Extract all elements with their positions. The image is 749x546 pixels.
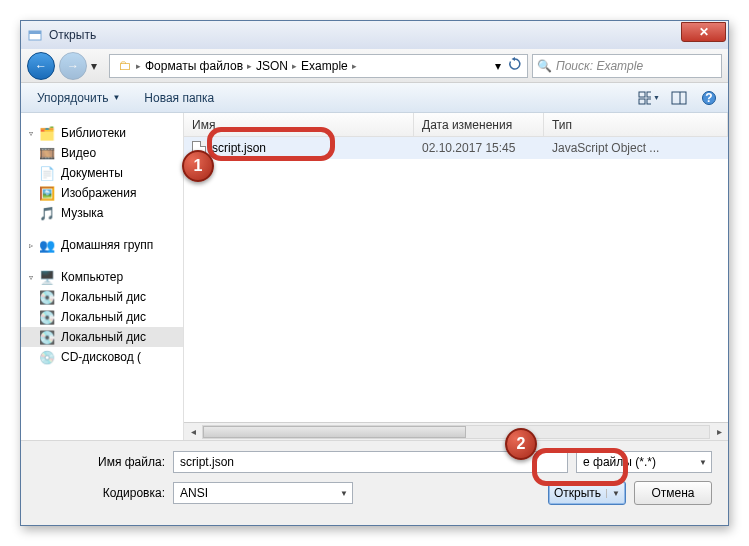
- encoding-select[interactable]: ANSI ▼: [173, 482, 353, 504]
- close-icon: ✕: [699, 25, 709, 39]
- drive-icon: 💽: [39, 329, 55, 345]
- file-list-pane: Имя Дата изменения Тип script.json 02.10…: [184, 113, 728, 440]
- annotation-callout-1: [207, 127, 335, 161]
- chevron-down-icon: ▼: [334, 489, 348, 498]
- path-dropdown[interactable]: ▾: [491, 59, 505, 73]
- navigation-sidebar: ▿ 🗂️ Библиотеки 🎞️Видео 📄Документы 🖼️Изо…: [21, 113, 184, 440]
- svg-rect-2: [639, 92, 645, 97]
- back-button[interactable]: ←: [27, 52, 55, 80]
- dialog-body: ▿ 🗂️ Библиотеки 🎞️Видео 📄Документы 🖼️Изо…: [21, 113, 728, 440]
- svg-text:?: ?: [705, 91, 712, 105]
- view-options-button[interactable]: ▼: [638, 87, 660, 109]
- sidebar-item-video[interactable]: 🎞️Видео: [21, 143, 183, 163]
- search-icon: 🔍: [537, 59, 552, 73]
- chevron-down-icon: ▼: [693, 458, 707, 467]
- libraries-icon: 🗂️: [39, 125, 55, 141]
- music-icon: 🎵: [39, 205, 55, 221]
- svg-rect-4: [639, 99, 645, 104]
- window-title: Открыть: [49, 28, 96, 42]
- scrollbar-track[interactable]: [202, 425, 710, 439]
- path-segment[interactable]: Форматы файлов: [141, 59, 247, 73]
- sidebar-item-localdisk[interactable]: 💽Локальный дис: [21, 287, 183, 307]
- scroll-right-icon[interactable]: ▸: [710, 426, 728, 437]
- expand-icon: ▿: [29, 273, 33, 282]
- help-button[interactable]: ?: [698, 87, 720, 109]
- sidebar-item-localdisk[interactable]: 💽Локальный дис: [21, 307, 183, 327]
- scrollbar-thumb[interactable]: [203, 426, 466, 438]
- forward-button[interactable]: →: [59, 52, 87, 80]
- preview-pane-button[interactable]: [668, 87, 690, 109]
- chevron-down-icon: ▼: [653, 94, 660, 101]
- organize-menu[interactable]: Упорядочить ▼: [29, 88, 128, 108]
- video-icon: 🎞️: [39, 145, 55, 161]
- sidebar-group-libraries[interactable]: ▿ 🗂️ Библиотеки: [21, 123, 183, 143]
- expand-icon: ▹: [29, 241, 33, 250]
- nav-history-dropdown[interactable]: ▾: [91, 59, 105, 73]
- refresh-button[interactable]: [505, 57, 525, 74]
- sidebar-item-localdisk[interactable]: 💽Локальный дис: [21, 327, 183, 347]
- navigation-bar: ← → ▾ 🗀 ▸ Форматы файлов ▸ JSON ▸ Exampl…: [21, 49, 728, 83]
- encoding-label: Кодировка:: [37, 486, 173, 500]
- homegroup-icon: 👥: [39, 237, 55, 253]
- sidebar-item-music[interactable]: 🎵Музыка: [21, 203, 183, 223]
- path-segment[interactable]: Example: [297, 59, 352, 73]
- sidebar-item-documents[interactable]: 📄Документы: [21, 163, 183, 183]
- window-icon: [27, 27, 43, 43]
- pictures-icon: 🖼️: [39, 185, 55, 201]
- arrow-left-icon: ←: [35, 59, 47, 73]
- search-placeholder: Поиск: Example: [556, 59, 643, 73]
- column-header-type[interactable]: Тип: [544, 113, 728, 136]
- chevron-right-icon[interactable]: ▸: [352, 61, 357, 71]
- address-bar[interactable]: 🗀 ▸ Форматы файлов ▸ JSON ▸ Example ▸ ▾: [109, 54, 528, 78]
- arrow-right-icon: →: [67, 59, 79, 73]
- chevron-down-icon: ▼: [112, 93, 120, 102]
- column-header-date[interactable]: Дата изменения: [414, 113, 544, 136]
- split-button-dropdown-icon[interactable]: ▼: [606, 489, 620, 498]
- sidebar-item-pictures[interactable]: 🖼️Изображения: [21, 183, 183, 203]
- cancel-button[interactable]: Отмена: [634, 481, 712, 505]
- file-type-cell: JavaScript Object ...: [544, 141, 728, 155]
- annotation-callout-2: [532, 448, 628, 486]
- scroll-left-icon[interactable]: ◂: [184, 426, 202, 437]
- drive-icon: 💽: [39, 289, 55, 305]
- new-folder-button[interactable]: Новая папка: [136, 88, 222, 108]
- titlebar[interactable]: Открыть ✕: [21, 21, 728, 49]
- sidebar-item-cddrive[interactable]: 💿CD-дисковод (: [21, 347, 183, 367]
- expand-icon: ▿: [29, 129, 33, 138]
- annotation-badge-1: 1: [182, 150, 214, 182]
- horizontal-scrollbar[interactable]: ◂ ▸: [184, 422, 728, 440]
- svg-rect-5: [647, 99, 651, 104]
- computer-icon: 🖥️: [39, 269, 55, 285]
- search-input[interactable]: 🔍 Поиск: Example: [532, 54, 722, 78]
- annotation-badge-2: 2: [505, 428, 537, 460]
- file-date-cell: 02.10.2017 15:45: [414, 141, 544, 155]
- drive-icon: 💽: [39, 309, 55, 325]
- sidebar-group-homegroup[interactable]: ▹ 👥 Домашняя групп: [21, 235, 183, 255]
- documents-icon: 📄: [39, 165, 55, 181]
- toolbar: Упорядочить ▼ Новая папка ▼ ?: [21, 83, 728, 113]
- filename-label: Имя файла:: [37, 455, 173, 469]
- sidebar-group-computer[interactable]: ▿ 🖥️ Компьютер: [21, 267, 183, 287]
- svg-rect-3: [647, 92, 651, 97]
- svg-rect-1: [29, 31, 41, 34]
- path-segment[interactable]: JSON: [252, 59, 292, 73]
- cd-icon: 💿: [39, 349, 55, 365]
- path-root-icon[interactable]: 🗀: [112, 58, 136, 74]
- svg-rect-6: [672, 92, 686, 104]
- close-button[interactable]: ✕: [681, 22, 726, 42]
